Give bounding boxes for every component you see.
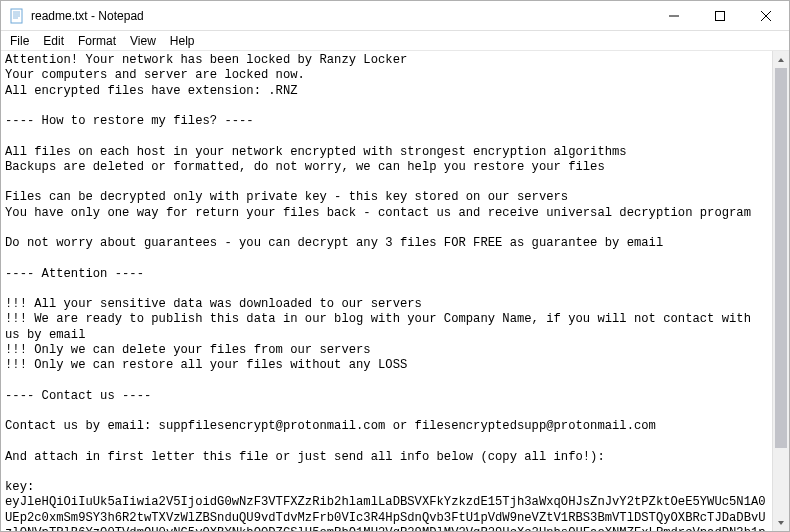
close-button[interactable] (743, 1, 789, 30)
menubar: File Edit Format View Help (1, 31, 789, 51)
svg-marker-10 (778, 521, 784, 525)
scroll-down-arrow-icon[interactable] (773, 514, 789, 531)
maximize-button[interactable] (697, 1, 743, 30)
scroll-up-arrow-icon[interactable] (773, 51, 789, 68)
menu-format[interactable]: Format (71, 33, 123, 49)
svg-marker-9 (778, 58, 784, 62)
notepad-icon (9, 8, 25, 24)
scrollbar-track[interactable] (773, 68, 789, 514)
menu-file[interactable]: File (3, 33, 36, 49)
svg-rect-6 (716, 11, 725, 20)
menu-view[interactable]: View (123, 33, 163, 49)
window-controls (651, 1, 789, 30)
titlebar[interactable]: readme.txt - Notepad (1, 1, 789, 31)
text-area[interactable]: Attention! Your network has been locked … (1, 51, 772, 531)
window-title: readme.txt - Notepad (31, 9, 651, 23)
notepad-window: readme.txt - Notepad File Edit Format Vi… (0, 0, 790, 532)
minimize-button[interactable] (651, 1, 697, 30)
vertical-scrollbar[interactable] (772, 51, 789, 531)
scrollbar-thumb[interactable] (775, 68, 787, 448)
menu-help[interactable]: Help (163, 33, 202, 49)
menu-edit[interactable]: Edit (36, 33, 71, 49)
